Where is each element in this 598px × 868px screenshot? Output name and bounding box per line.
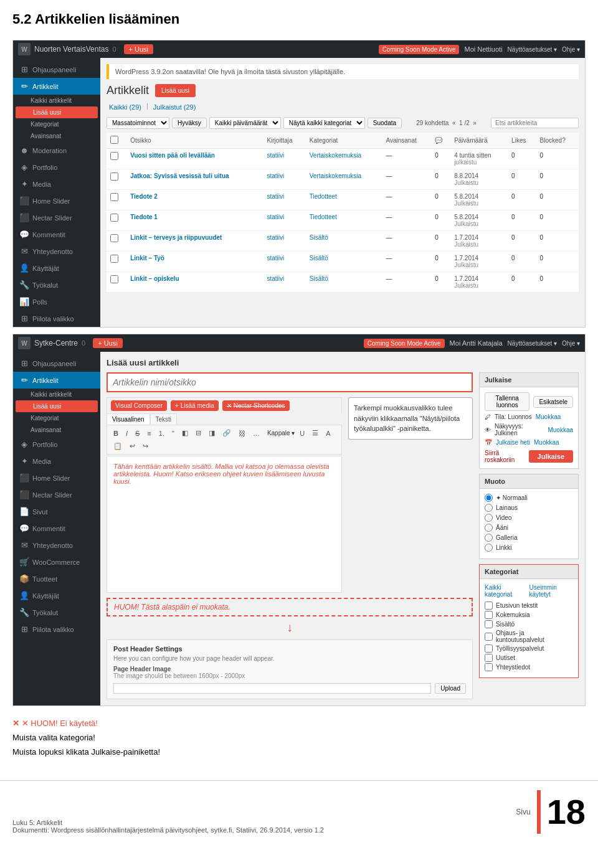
row-select-checkbox[interactable] <box>110 172 118 181</box>
format-link-radio[interactable] <box>485 544 493 552</box>
format-normal-radio[interactable] <box>485 494 493 502</box>
sidebar-item-portfolio-2[interactable]: ◈ Portfolio <box>13 436 100 453</box>
format-quote-radio[interactable] <box>485 504 493 512</box>
sidebar-item-pages-2[interactable]: 📄 Sivut <box>13 503 100 520</box>
align-center-button[interactable]: ⊟ <box>193 428 204 438</box>
blockquote-button[interactable]: " <box>169 428 177 438</box>
cat-checkbox-3[interactable] <box>485 633 493 641</box>
bulk-actions-select[interactable]: Massatoiminnot <box>107 117 169 129</box>
cat-checkbox-5[interactable] <box>485 654 493 662</box>
tab-visual[interactable]: Visuaalinen <box>107 413 150 425</box>
sidebar-item-polls-1[interactable]: 📊 Polls <box>13 293 100 310</box>
visual-composer-btn[interactable]: Visual Composer <box>111 400 167 411</box>
sidebar-sub-categories-2[interactable]: Kategoriat <box>13 412 100 424</box>
new-button-1[interactable]: + Uusi <box>124 44 154 54</box>
format-audio-radio[interactable] <box>485 524 493 532</box>
filter-button[interactable]: Suodata <box>368 118 402 128</box>
cat-tab-all[interactable]: Kaikki kategoriat <box>485 584 524 598</box>
publish-button[interactable]: Julkaise <box>529 450 573 463</box>
sidebar-sub-categories-1[interactable]: Kategoriat <box>13 118 100 130</box>
strikethrough-button[interactable]: S <box>133 428 142 438</box>
sidebar-sub-all-articles-1[interactable]: Kaikki artikkelit <box>13 95 100 106</box>
sidebar-item-portfolio-1[interactable]: ◈ Portfolio <box>13 159 100 176</box>
sidebar-item-media-1[interactable]: ✦ Media <box>13 176 100 192</box>
row-select-checkbox[interactable] <box>110 255 118 263</box>
sidebar-item-hidemenu-1[interactable]: ⊞ Piilota valikko <box>13 310 100 327</box>
row-select-checkbox[interactable] <box>110 152 118 160</box>
color-button[interactable]: A <box>323 428 333 438</box>
publish-date-link[interactable]: Julkaise heti <box>496 439 530 446</box>
unordered-list-button[interactable]: ≡ <box>145 428 153 438</box>
categories-select[interactable]: Näytä kaikki kategoriat <box>283 117 365 129</box>
help-link-2[interactable]: Ohje ▾ <box>562 340 580 347</box>
row-select-checkbox[interactable] <box>110 275 118 283</box>
bold-button[interactable]: B <box>111 428 121 438</box>
settings-link-1[interactable]: Näyttöasetukset ▾ <box>508 46 557 53</box>
sidebar-item-dashboard-2[interactable]: ⊞ Ohjauspaneeli <box>13 355 100 372</box>
cat-checkbox-1[interactable] <box>485 611 493 619</box>
row-select-checkbox[interactable] <box>110 214 118 222</box>
sidebar-sub-keywords-1[interactable]: Avainsanat <box>13 130 100 142</box>
add-new-button[interactable]: Lisää uusi <box>155 84 196 97</box>
ordered-list-button[interactable]: 1. <box>156 428 167 438</box>
sidebar-item-tools-2[interactable]: 🔧 Työkalut <box>13 604 100 621</box>
italic-button[interactable]: I <box>123 428 130 438</box>
sidebar-item-articles-2[interactable]: ✏ Artikkelit <box>13 372 100 389</box>
sidebar-item-products-2[interactable]: 📦 Tuotteet <box>13 570 100 587</box>
apply-button[interactable]: Hyväksy <box>172 118 207 128</box>
save-draft-button[interactable]: Tallenna luonnos <box>485 392 529 411</box>
sidebar-item-articles-1[interactable]: ✏ Artikkelit <box>13 78 100 95</box>
unlink-button[interactable]: ⛓ <box>236 428 248 438</box>
status-edit-link[interactable]: Muokkaa <box>536 413 561 420</box>
sidebar-item-dashboard-1[interactable]: ⊞ Ohjauspaneeli <box>13 61 100 78</box>
align-left-button[interactable]: ◧ <box>179 428 191 438</box>
sidebar-item-comments-1[interactable]: 💬 Kommentit <box>13 226 100 243</box>
paste-button[interactable]: 📋 <box>111 441 125 451</box>
dates-select[interactable]: Kaikki päivämäärät <box>209 117 281 129</box>
sidebar-item-users-2[interactable]: 👤 Käyttäjät <box>13 587 100 604</box>
sidebar-item-tools-1[interactable]: 🔧 Työkalut <box>13 276 100 293</box>
tab-text[interactable]: Teksti <box>150 413 178 425</box>
article-title-input[interactable] <box>107 372 473 392</box>
help-link-1[interactable]: Ohje ▾ <box>562 46 580 53</box>
row-select-checkbox[interactable] <box>110 234 118 242</box>
cat-checkbox-4[interactable] <box>485 644 493 653</box>
sidebar-item-comments-2[interactable]: 💬 Kommentit <box>13 520 100 537</box>
add-media-btn[interactable]: + Lisää media <box>171 400 219 411</box>
sidebar-item-nectarslider-1[interactable]: ⬛ Nectar Slider <box>13 209 100 226</box>
paragraph-select[interactable]: Kappale ▾ <box>267 430 295 436</box>
publish-date-edit-link[interactable]: Muokkaa <box>534 439 559 446</box>
tab-published[interactable]: Julkaistut (29) <box>151 102 198 112</box>
link-button[interactable]: 🔗 <box>220 428 234 438</box>
visibility-edit-link[interactable]: Muokkaa <box>548 427 573 433</box>
more-button[interactable]: … <box>250 428 262 438</box>
new-button-2[interactable]: + Uusi <box>93 338 123 348</box>
cat-checkbox-6[interactable] <box>485 663 493 671</box>
preview-button[interactable]: Esikatsele <box>533 396 573 408</box>
select-all-checkbox[interactable] <box>110 136 118 144</box>
cat-checkbox-2[interactable] <box>485 620 493 628</box>
sidebar-item-homeslider-2[interactable]: ⬛ Home Slider <box>13 469 100 486</box>
sidebar-item-contact-2[interactable]: ✉ Yhteydenotto <box>13 537 100 554</box>
redo-button[interactable]: ↪ <box>140 441 151 451</box>
sidebar-sub-add-new-2[interactable]: Lisää uusi <box>16 400 98 412</box>
cat-checkbox-0[interactable] <box>485 601 493 610</box>
trash-link[interactable]: Siirrä roskakoriin <box>485 450 529 463</box>
cat-tab-frequent[interactable]: Useimmin käytetyt <box>529 584 573 598</box>
search-input[interactable] <box>491 118 579 128</box>
sidebar-item-woo-2[interactable]: 🛒 WooCommerce <box>13 554 100 570</box>
tab-all[interactable]: Kaikki (29) <box>107 102 144 112</box>
format-gallery-radio[interactable] <box>485 534 493 542</box>
undo-button[interactable]: ↩ <box>127 441 138 451</box>
phs-upload-btn[interactable]: Upload <box>435 683 466 694</box>
sidebar-item-homeslider-1[interactable]: ⬛ Home Slider <box>13 192 100 209</box>
sidebar-sub-keywords-2[interactable]: Avainsanat <box>13 424 100 436</box>
sidebar-item-media-2[interactable]: ✦ Media <box>13 453 100 469</box>
sidebar-sub-add-new-1[interactable]: Lisää uusi <box>16 106 98 118</box>
justify-button[interactable]: ☰ <box>310 428 321 438</box>
row-select-checkbox[interactable] <box>110 193 118 201</box>
align-right-button[interactable]: ◨ <box>206 428 217 438</box>
underline-button[interactable]: U <box>297 428 307 438</box>
sidebar-item-moderation-1[interactable]: ☻ Moderation <box>13 142 100 159</box>
nectar-btn[interactable]: ✕ Nectar Shortcodes <box>222 400 290 411</box>
